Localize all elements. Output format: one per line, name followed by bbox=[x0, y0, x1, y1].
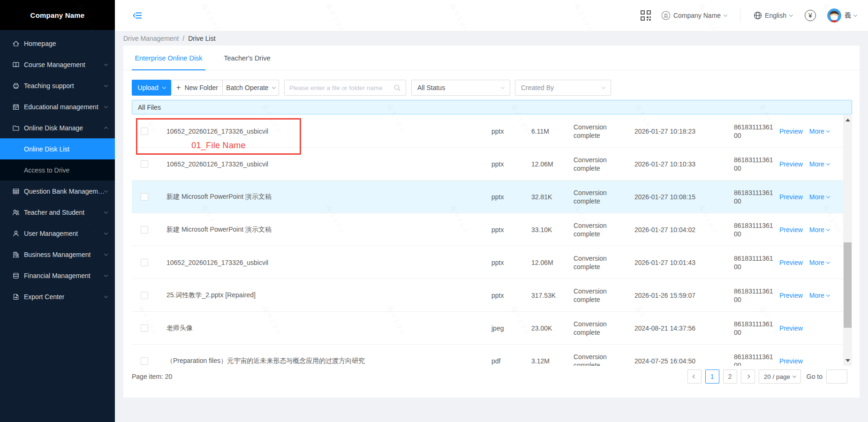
sidebar-item-export-center[interactable]: Export Center bbox=[0, 286, 115, 307]
globe-icon bbox=[754, 11, 762, 20]
scrollbar-thumb[interactable] bbox=[844, 242, 852, 328]
row-actions: PreviewMore bbox=[779, 160, 830, 168]
chevron-down-icon bbox=[104, 210, 108, 213]
home-icon bbox=[12, 40, 20, 47]
sidebar-item-teacher-and-student[interactable]: Teacher and Student bbox=[0, 202, 115, 223]
chevron-down-icon bbox=[853, 13, 857, 16]
search-icon[interactable] bbox=[393, 84, 401, 91]
new-folder-button[interactable]: + New Folder bbox=[172, 80, 222, 95]
page-size-select[interactable]: 20 / page bbox=[759, 369, 801, 384]
sidebar-item-homepage[interactable]: Homepage bbox=[0, 33, 115, 54]
page-button-2[interactable]: 2 bbox=[723, 369, 737, 384]
sidebar-item-business-management[interactable]: Business Management bbox=[0, 244, 115, 265]
sidebar-item-online-disk-list[interactable]: Online Disk List bbox=[0, 138, 115, 159]
file-name-cell[interactable]: 老师头像 bbox=[166, 324, 193, 332]
file-name-cell[interactable]: 10652_20260126_173326_usbicvil bbox=[166, 259, 268, 266]
preview-link[interactable]: Preview bbox=[779, 226, 803, 234]
sidebar-item-online-disk-manage[interactable]: Online Disk Manage bbox=[0, 117, 115, 138]
yen-currency-icon[interactable]: ¥ bbox=[805, 10, 816, 21]
search-input[interactable] bbox=[289, 84, 393, 91]
company-switcher[interactable]: Company Name bbox=[661, 11, 727, 20]
file-size-cell: 317.53K bbox=[531, 292, 556, 299]
more-link[interactable]: More bbox=[809, 160, 830, 168]
preview-link[interactable]: Preview bbox=[779, 259, 803, 266]
sidebar-item-course-management[interactable]: Course Management bbox=[0, 54, 115, 75]
created-by-filter-select[interactable]: Created By bbox=[515, 80, 611, 96]
row-actions: PreviewMore bbox=[779, 226, 830, 234]
chevron-right-icon bbox=[746, 375, 750, 378]
scroll-down-arrow[interactable] bbox=[845, 359, 850, 362]
status-filter-select[interactable]: All Status bbox=[411, 80, 510, 96]
status-filter-value: All Status bbox=[417, 84, 445, 91]
file-status-cell: Conversion complete bbox=[574, 123, 617, 140]
file-name-cell[interactable]: 10652_20260126_173326_usbicvil bbox=[166, 128, 268, 135]
more-label: More bbox=[809, 128, 824, 135]
preview-label: Preview bbox=[779, 324, 803, 332]
preview-link[interactable]: Preview bbox=[779, 193, 803, 201]
next-page-button[interactable] bbox=[741, 369, 755, 384]
prev-page-button[interactable] bbox=[687, 369, 702, 384]
row-checkbox[interactable] bbox=[141, 259, 148, 266]
folder-path-label: All Files bbox=[138, 104, 161, 111]
tab-teachers-drive[interactable]: Teacher's Drive bbox=[219, 45, 275, 70]
tab-enterprise-online-disk[interactable]: Enterprise Online Disk bbox=[132, 45, 205, 70]
file-size-cell: 12.06M bbox=[531, 160, 553, 168]
more-link[interactable]: More bbox=[809, 128, 830, 135]
scroll-up-arrow[interactable] bbox=[845, 119, 850, 121]
breadcrumb-parent[interactable]: Drive Management bbox=[123, 35, 179, 42]
file-status-cell: Conversion complete bbox=[574, 254, 617, 271]
file-name-cell[interactable]: （Preparation files）元宇宙的近未来形态与概念应用的过渡方向研究 bbox=[166, 357, 365, 365]
row-checkbox[interactable] bbox=[141, 292, 148, 299]
file-type-cell: pptx bbox=[491, 292, 504, 299]
file-name-cell[interactable]: 新建 Microsoft PowerPoint 演示文稿 bbox=[166, 193, 272, 201]
sidebar-item-educational-management[interactable]: Educational management bbox=[0, 96, 115, 117]
batch-operate-button[interactable]: Batch Operate bbox=[222, 80, 279, 95]
page-button-1[interactable]: 1 bbox=[705, 369, 719, 384]
row-checkbox[interactable] bbox=[141, 128, 148, 135]
financial-icon bbox=[12, 272, 20, 279]
more-link[interactable]: More bbox=[809, 226, 830, 234]
company-building-icon bbox=[661, 11, 671, 20]
education-icon bbox=[12, 103, 20, 111]
preview-link[interactable]: Preview bbox=[779, 292, 803, 299]
upload-button[interactable]: Upload bbox=[132, 80, 171, 96]
table-row: 新建 Microsoft PowerPoint 演示文稿pptx33.10KCo… bbox=[132, 213, 843, 246]
sidebar-item-question-bank-management[interactable]: Question Bank Management bbox=[0, 181, 115, 202]
file-time-cell: 2026-01-27 10:08:15 bbox=[634, 193, 695, 201]
chevron-down-icon bbox=[162, 85, 166, 89]
menu-fold-icon[interactable] bbox=[133, 11, 142, 20]
qr-code-icon[interactable] bbox=[641, 10, 651, 21]
row-checkbox[interactable] bbox=[141, 324, 148, 332]
row-actions: PreviewMore bbox=[779, 292, 830, 299]
user-menu[interactable]: 義 bbox=[827, 8, 857, 23]
breadcrumb-separator: / bbox=[182, 35, 184, 42]
file-name-cell[interactable]: 25.词性教学_2.pptx [Repaired] bbox=[166, 291, 256, 300]
file-name-cell[interactable]: 10652_20260126_173326_usbicvil bbox=[166, 160, 268, 168]
preview-link[interactable]: Preview bbox=[779, 128, 803, 135]
sidebar-item-financial-management[interactable]: Financial Management bbox=[0, 265, 115, 286]
row-checkbox[interactable] bbox=[141, 357, 148, 365]
file-name-cell[interactable]: 新建 Microsoft PowerPoint 演示文稿 bbox=[166, 226, 272, 234]
goto-page-input[interactable] bbox=[826, 369, 847, 384]
online-disk-icon bbox=[12, 124, 20, 132]
preview-link[interactable]: Preview bbox=[779, 324, 803, 332]
sidebar-item-user-management[interactable]: User Management bbox=[0, 223, 115, 244]
sidebar: Company Name HomepageCourse ManagementTe… bbox=[0, 0, 115, 422]
sidebar-item-teaching-support[interactable]: Teaching support bbox=[0, 75, 115, 96]
sidebar-item-access-to-drive[interactable]: Access to Drive bbox=[0, 159, 115, 181]
language-switcher[interactable]: English bbox=[754, 11, 793, 20]
table-row: 25.词性教学_2.pptx [Repaired]pptx317.53KConv… bbox=[132, 279, 843, 312]
preview-link[interactable]: Preview bbox=[779, 357, 803, 365]
preview-label: Preview bbox=[779, 357, 803, 365]
more-link[interactable]: More bbox=[809, 193, 830, 201]
row-actions: Preview bbox=[779, 357, 803, 365]
more-link[interactable]: More bbox=[809, 259, 830, 266]
preview-link[interactable]: Preview bbox=[779, 160, 803, 168]
row-checkbox[interactable] bbox=[141, 226, 148, 234]
row-checkbox[interactable] bbox=[141, 193, 148, 201]
row-actions: PreviewMore bbox=[779, 193, 830, 201]
tab-bar: Enterprise Online Disk Teacher's Drive bbox=[123, 45, 860, 70]
row-checkbox[interactable] bbox=[141, 160, 148, 168]
more-link[interactable]: More bbox=[809, 292, 830, 299]
header-divider bbox=[740, 8, 740, 23]
